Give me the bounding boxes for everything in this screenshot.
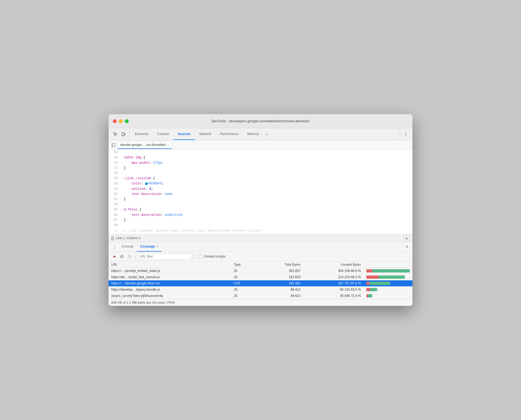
cell-unused-bytes: 56 115 63.5 % bbox=[303, 286, 364, 293]
toolbar-separator-2 bbox=[194, 254, 194, 259]
tab-network[interactable]: Network bbox=[195, 128, 215, 140]
traffic-lights bbox=[113, 119, 129, 123]
title-bar: DevTools - developers.google.com/web/too… bbox=[109, 114, 412, 128]
code-line-59: 59 :link,:visited { bbox=[109, 176, 412, 181]
col-bar bbox=[364, 262, 412, 268]
tab-memory[interactable]: Memory bbox=[243, 128, 263, 140]
code-line-62: 62 text-decoration: none bbox=[109, 192, 412, 197]
cell-type: CSS bbox=[231, 280, 258, 286]
table-row[interactable]: /async_survey?site=ylj5ifxusvvmr4p JS 49… bbox=[109, 293, 412, 299]
cell-total-bytes: 191 901 bbox=[258, 280, 303, 286]
cell-bar bbox=[364, 280, 412, 286]
table-row[interactable]: https://... /devsite-google-blue.css CSS… bbox=[109, 280, 412, 286]
cell-total-bytes: 49 621 bbox=[258, 293, 303, 299]
bottom-panel-more-icon[interactable]: ⋮ bbox=[111, 243, 118, 251]
tab-console[interactable]: Console bbox=[153, 128, 173, 140]
main-tabs-list: Elements Console Sources Network Perform… bbox=[131, 128, 400, 140]
cell-bar bbox=[364, 268, 412, 274]
close-panel-button[interactable]: × bbox=[404, 243, 410, 250]
cell-bar bbox=[364, 274, 412, 280]
active-file-tab[interactable]: devsite-google-....css:formatted × bbox=[117, 141, 172, 149]
svg-line-9 bbox=[129, 256, 131, 258]
file-tab-bar: devsite-google-....css:formatted × bbox=[109, 140, 412, 150]
code-line-56: 56 max-width: 272px bbox=[109, 161, 412, 166]
code-line-64: 64 bbox=[109, 202, 412, 207]
scroll-to-top-icon[interactable]: ▲ bbox=[404, 235, 410, 241]
record-button[interactable]: ● bbox=[111, 253, 118, 260]
devtools-window: DevTools - developers.google.com/web/too… bbox=[109, 114, 412, 306]
tab-bar-left-icons bbox=[110, 128, 129, 140]
url-filter-input[interactable] bbox=[138, 254, 192, 259]
tab-more[interactable]: » bbox=[263, 128, 269, 140]
code-line-66: 66 text-decoration: underline bbox=[109, 213, 412, 218]
code-line-60: 60 color: #039be5; bbox=[109, 181, 412, 186]
bottom-tabs-right: × bbox=[404, 243, 410, 250]
code-line-63: 63 } bbox=[109, 197, 412, 202]
bottom-tab-coverage[interactable]: Coverage × bbox=[137, 242, 161, 252]
cell-url: https://... /prompt_embed_static.js bbox=[109, 268, 231, 274]
cell-url: https://... /devsite-google-blue.css bbox=[109, 280, 231, 286]
cell-total-bytes: 88 412 bbox=[258, 286, 303, 293]
tab-elements[interactable]: Elements bbox=[131, 128, 153, 140]
cell-unused-bytes: 167 757 87.4 % bbox=[303, 280, 364, 286]
status-left: {} Line 1, Column 1 bbox=[111, 236, 141, 240]
tab-performance[interactable]: Performance bbox=[215, 128, 243, 140]
table-row[interactable]: https://de... /script_foot_closure.js JS… bbox=[109, 274, 412, 280]
close-button[interactable] bbox=[113, 119, 117, 123]
inspect-icon[interactable] bbox=[112, 131, 119, 138]
stop-button[interactable] bbox=[126, 253, 133, 260]
coverage-footer: 848 KB of 1.1 MB bytes are not used. (74… bbox=[109, 299, 412, 306]
pretty-print-icon[interactable]: {} bbox=[111, 236, 114, 240]
code-line-68: 68 bbox=[109, 223, 412, 228]
code-line-65: 65 a:focus { bbox=[109, 207, 412, 212]
code-line-58: 58 bbox=[109, 171, 412, 176]
bottom-tabs-bar: ⋮ Console Coverage × × bbox=[109, 242, 412, 252]
cell-bar bbox=[364, 286, 412, 293]
file-tab-close-button[interactable]: × bbox=[167, 143, 169, 146]
main-tabs-bar: Elements Console Sources Network Perform… bbox=[109, 128, 412, 140]
window-title: DevTools - developers.google.com/web/too… bbox=[211, 119, 309, 123]
svg-point-4 bbox=[405, 134, 406, 134]
more-options-icon[interactable] bbox=[402, 131, 409, 138]
device-icon[interactable] bbox=[120, 131, 127, 138]
table-row[interactable]: https://develop... /jquery-bundle.js JS … bbox=[109, 286, 412, 293]
code-line-54: 54 bbox=[109, 150, 412, 155]
table-header-row: URL Type Total Bytes Unused Bytes bbox=[109, 262, 412, 268]
coverage-tab-close[interactable]: × bbox=[157, 245, 158, 248]
content-scripts-checkbox[interactable] bbox=[199, 255, 202, 258]
code-line-61: 61 outline: 0; bbox=[109, 187, 412, 192]
code-line-overflow: 69 a .link .visited .devsite-toast-conte… bbox=[109, 228, 412, 234]
refresh-button[interactable] bbox=[119, 253, 125, 260]
code-editor[interactable]: 54 55 table img { 56 max-width: 272px 57… bbox=[109, 150, 412, 234]
col-url: URL bbox=[109, 262, 231, 268]
code-line-67: 67 } bbox=[109, 218, 412, 223]
col-total-bytes: Total Bytes bbox=[258, 262, 303, 268]
content-scripts-checkbox-label[interactable]: Content scripts bbox=[199, 255, 225, 258]
cell-total-bytes: 353 857 bbox=[258, 268, 303, 274]
cell-url: https://de... /script_foot_closure.js bbox=[109, 274, 231, 280]
toggle-sidebar-icon[interactable] bbox=[110, 141, 117, 149]
file-tab-name: devsite-google-....css:formatted bbox=[120, 143, 166, 147]
svg-rect-1 bbox=[124, 133, 125, 135]
minimize-button[interactable] bbox=[119, 119, 123, 123]
content-scripts-label-text: Content scripts bbox=[204, 255, 225, 258]
tabs-bar-right bbox=[400, 128, 411, 140]
table-row[interactable]: https://... /prompt_embed_static.js JS 3… bbox=[109, 268, 412, 274]
svg-point-5 bbox=[405, 135, 406, 136]
status-bar: {} Line 1, Column 1 ▲ bbox=[109, 234, 412, 242]
tab-sources[interactable]: Sources bbox=[173, 128, 195, 140]
bottom-tab-console[interactable]: Console bbox=[118, 242, 137, 252]
toolbar-separator bbox=[135, 254, 135, 259]
fullscreen-button[interactable] bbox=[125, 119, 129, 123]
cell-type: JS bbox=[231, 268, 258, 274]
code-line-57: 57 } bbox=[109, 166, 412, 171]
cell-type: JS bbox=[231, 274, 258, 280]
cell-total-bytes: 313 810 bbox=[258, 274, 303, 280]
cell-unused-bytes: 214 224 68.3 % bbox=[303, 274, 364, 280]
cell-bar bbox=[364, 293, 412, 299]
coverage-table: URL Type Total Bytes Unused Bytes https:… bbox=[109, 262, 412, 299]
cell-type: JS bbox=[231, 293, 258, 299]
coverage-toolbar: ● Content scripts bbox=[109, 252, 412, 262]
svg-point-2 bbox=[123, 135, 123, 135]
bottom-panel: ⋮ Console Coverage × × ● bbox=[109, 242, 412, 306]
